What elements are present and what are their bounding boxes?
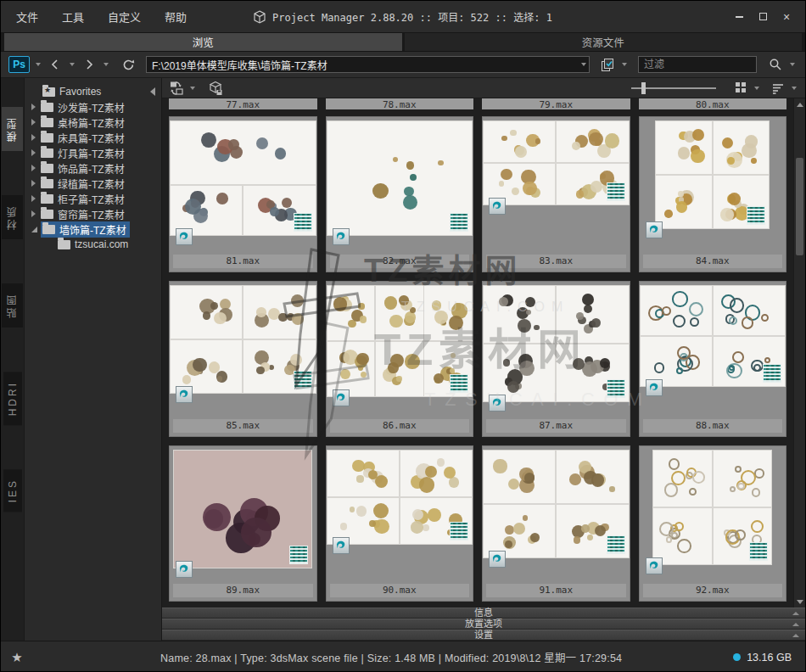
- sort-dropdown-caret-icon[interactable]: [792, 87, 797, 90]
- menu-item[interactable]: 自定义: [108, 8, 141, 25]
- scroll-down-button[interactable]: [794, 596, 805, 608]
- sync-view-button[interactable]: [168, 80, 185, 97]
- sync-dropdown-caret-icon[interactable]: [190, 87, 195, 90]
- tree-collapsed-arrow-icon[interactable]: [31, 119, 36, 126]
- decor-shape: [356, 506, 367, 517]
- search-button[interactable]: [767, 56, 784, 73]
- path-dropdown-caret-icon[interactable]: [581, 63, 586, 66]
- decor-shape: [720, 208, 734, 221]
- search-dropdown-caret-icon[interactable]: [790, 63, 795, 66]
- tree-item[interactable]: tzsucai.com: [25, 237, 161, 252]
- decor-shape: [689, 302, 703, 316]
- decor-shape: [582, 361, 597, 377]
- tree-collapsed-arrow-icon[interactable]: [31, 165, 36, 171]
- path-combobox[interactable]: [146, 56, 590, 73]
- main-tab-bar: 浏览 资源文件: [1, 33, 805, 52]
- decor-shape: [666, 536, 673, 543]
- tree-item[interactable]: ★Favorites: [25, 84, 161, 99]
- tree-item[interactable]: 灯具篇-TZ素材: [25, 145, 161, 160]
- tree-item[interactable]: 窗帘篇-TZ素材: [25, 206, 161, 221]
- show-checked-layers-button[interactable]: [599, 56, 616, 73]
- asset-tile[interactable]: 81.max: [169, 116, 317, 272]
- favorite-star-icon[interactable]: ★: [6, 650, 28, 665]
- minimize-button[interactable]: [730, 10, 747, 24]
- scrollbar-thumb[interactable]: [796, 158, 803, 255]
- tree-item[interactable]: 沙发篇-TZ素材: [25, 99, 161, 115]
- menu-item[interactable]: 文件: [16, 8, 38, 25]
- close-button[interactable]: ×: [778, 10, 795, 24]
- asset-tile[interactable]: 92.max: [639, 445, 787, 602]
- 3dsmax-file-badge-icon: [176, 228, 193, 245]
- sort-button[interactable]: [770, 80, 786, 97]
- tree-collapsed-arrow-icon[interactable]: [31, 210, 36, 217]
- asset-tile[interactable]: 86.max: [326, 281, 474, 437]
- refresh-button[interactable]: [120, 56, 137, 73]
- asset-tile[interactable]: 88.max: [639, 281, 787, 437]
- decor-shape: [393, 157, 398, 162]
- decor-shape: [574, 536, 580, 543]
- rollout-bar[interactable]: 放置选项: [162, 619, 805, 630]
- tab-browse[interactable]: 浏览: [4, 33, 402, 51]
- grid-scrollbar[interactable]: [793, 98, 805, 608]
- scroll-up-button[interactable]: [794, 98, 805, 110]
- tree-collapsed-arrow-icon[interactable]: [31, 134, 36, 141]
- asset-tile[interactable]: 85.max: [169, 281, 317, 437]
- decor-shape: [501, 169, 512, 180]
- grid-view-button[interactable]: [732, 80, 749, 97]
- tree-item[interactable]: 柜子篇-TZ素材: [25, 191, 161, 206]
- asset-tile[interactable]: 91.max: [482, 445, 630, 602]
- asset-tile[interactable]: 83.max: [482, 116, 630, 272]
- tree-collapsed-arrow-icon[interactable]: [31, 195, 36, 202]
- back-button[interactable]: [47, 56, 64, 73]
- tree-item[interactable]: 绿植篇-TZ素材: [25, 176, 161, 191]
- view-dropdown-caret-icon[interactable]: [754, 87, 759, 90]
- menu-item[interactable]: 帮助: [165, 8, 187, 25]
- side-tab[interactable]: 模型: [2, 107, 23, 151]
- back-history-caret-icon[interactable]: [70, 63, 75, 66]
- tree-item-body: ★Favorites: [41, 85, 104, 98]
- side-tab[interactable]: 贴图: [2, 283, 23, 328]
- slider-handle[interactable]: [641, 82, 646, 94]
- decor-shape: [388, 362, 399, 373]
- tree-item[interactable]: 床具篇-TZ素材: [25, 130, 161, 145]
- folder-icon: [58, 240, 70, 249]
- tree-expanded-arrow-icon[interactable]: [31, 227, 37, 232]
- photoshop-button[interactable]: Ps: [8, 56, 30, 73]
- maximize-icon: [759, 13, 767, 20]
- side-tab[interactable]: IES: [3, 469, 22, 512]
- minimize-icon: [736, 16, 743, 18]
- menu-item[interactable]: 工具: [62, 8, 84, 25]
- maximize-button[interactable]: [754, 10, 771, 24]
- layers-dropdown-caret-icon[interactable]: [622, 63, 627, 66]
- side-tab[interactable]: 材质: [2, 195, 23, 239]
- tree-item[interactable]: 墙饰篇-TZ素材: [25, 221, 161, 237]
- asset-tile[interactable]: 84.max: [639, 116, 787, 272]
- forward-button[interactable]: [81, 56, 98, 73]
- asset-tile[interactable]: 89.max: [169, 445, 317, 602]
- filter-input[interactable]: [638, 56, 757, 73]
- asset-thumbnail: [483, 120, 630, 205]
- save-model-button[interactable]: [207, 80, 224, 97]
- decor-shape: [358, 303, 364, 309]
- tree-item[interactable]: 饰品篇-TZ素材: [25, 160, 161, 176]
- asset-tile[interactable]: 87.max: [482, 281, 630, 437]
- splitter-collapse-icon[interactable]: [150, 87, 155, 96]
- asset-tile[interactable]: 90.max: [326, 445, 474, 602]
- asset-tile[interactable]: 82.max: [326, 116, 474, 272]
- forward-history-caret-icon[interactable]: [104, 63, 109, 66]
- tree-item[interactable]: 桌椅篇-TZ素材: [25, 115, 161, 130]
- rollout-bar[interactable]: 设置: [162, 630, 805, 641]
- tree-collapsed-arrow-icon[interactable]: [31, 104, 36, 110]
- tree-collapsed-arrow-icon[interactable]: [31, 149, 36, 156]
- decor-shape: [352, 460, 364, 472]
- tree-collapsed-arrow-icon[interactable]: [31, 180, 36, 187]
- tab-asset-files[interactable]: 资源文件: [405, 33, 803, 51]
- thumbnail-size-slider[interactable]: [631, 82, 716, 94]
- path-input[interactable]: [147, 59, 579, 70]
- ps-dropdown-caret-icon[interactable]: [36, 63, 41, 66]
- decor-shape: [256, 367, 264, 374]
- rollout-bar[interactable]: 信息: [162, 608, 805, 619]
- tree-item-label: 灯具篇-TZ素材: [58, 146, 125, 160]
- folder-icon: [41, 118, 53, 127]
- side-tab[interactable]: HDRI: [3, 372, 22, 425]
